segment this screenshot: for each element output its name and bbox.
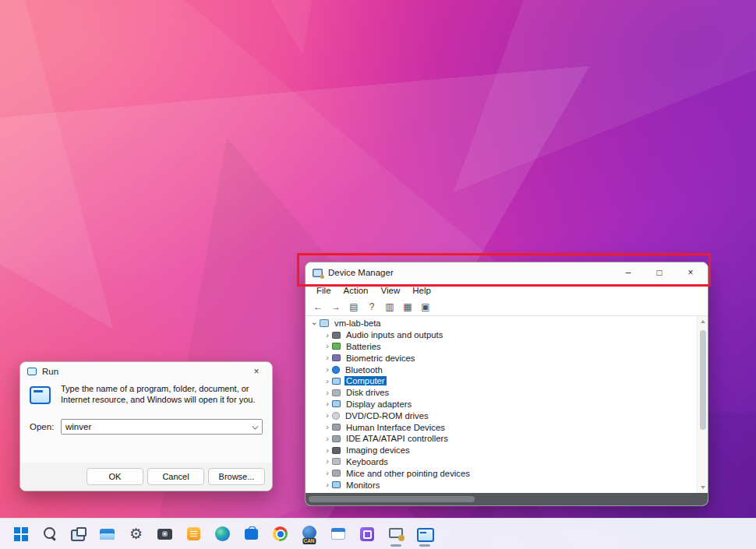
hid-icon (332, 424, 341, 431)
chevron-right-icon[interactable] (323, 377, 332, 385)
run-footer: OK Cancel Browse... (20, 463, 272, 491)
console-tree-icon[interactable]: ▤ (346, 299, 362, 315)
open-combobox[interactable] (61, 419, 263, 435)
scroll-down-icon[interactable] (698, 482, 708, 493)
chevron-right-icon[interactable] (323, 354, 332, 362)
task-view-button[interactable] (65, 521, 91, 547)
microsoft-store-button[interactable] (238, 521, 264, 547)
cancel-button[interactable]: Cancel (147, 468, 204, 485)
disk-icon (332, 389, 341, 396)
app-purple-button[interactable] (354, 521, 380, 547)
close-icon[interactable]: × (244, 363, 269, 380)
tree-item-dvd-cd-rom-drives[interactable]: DVD/CD-ROM drives (306, 410, 697, 421)
app-icon (128, 526, 145, 543)
app-orange-button[interactable] (181, 521, 207, 547)
tree-item-ide-ata-atapi-controllers[interactable]: IDE ATA/ATAPI controllers (306, 433, 697, 445)
device-manager-titlebar[interactable]: Device Manager – □ × (306, 262, 708, 283)
run-title: Run (42, 367, 58, 376)
tree-item-mice-and-other-pointing-devices[interactable]: Mice and other pointing devices (306, 467, 697, 479)
vertical-scrollbar[interactable] (697, 316, 708, 493)
chevron-right-icon[interactable] (323, 423, 332, 431)
horizontal-scrollbar[interactable] (306, 493, 708, 505)
start-button[interactable] (8, 521, 34, 547)
chevron-right-icon[interactable] (323, 480, 332, 489)
globe-can-button[interactable]: CAN (296, 521, 322, 547)
app-icon (387, 526, 404, 543)
tree-item-computer[interactable]: Computer (306, 375, 697, 387)
app-icon (185, 526, 203, 543)
tree-item-monitors[interactable]: Monitors (306, 479, 697, 491)
minimize-button[interactable]: – (613, 263, 644, 282)
chrome-button[interactable] (267, 521, 293, 547)
run-button[interactable] (412, 521, 437, 547)
app-icon (157, 526, 174, 543)
menu-file[interactable]: File (310, 286, 337, 295)
chevron-right-icon[interactable] (323, 342, 332, 350)
tree-item-imaging-devices[interactable]: Imaging devices (306, 445, 697, 456)
search-button[interactable] (37, 521, 62, 547)
tree-item-bluetooth[interactable]: Bluetooth (306, 364, 697, 375)
taskbar-icons: CAN (8, 521, 440, 547)
edge-button[interactable] (210, 521, 235, 547)
maximize-button[interactable]: □ (644, 263, 675, 282)
device-manager-body: vm-lab-beta Audio inputs and outputs Bat… (306, 316, 708, 493)
app-icon (272, 526, 289, 543)
run-dialog: Run × Type the name of a program, folder… (19, 361, 273, 491)
app-icon (359, 526, 376, 543)
run-titlebar[interactable]: Run × (20, 362, 272, 381)
open-label: Open: (30, 422, 61, 431)
app-icon (12, 526, 30, 543)
menu-view[interactable]: View (375, 286, 407, 295)
chevron-right-icon[interactable] (323, 399, 332, 408)
chevron-right-icon[interactable] (323, 389, 332, 397)
chevron-down-icon[interactable] (252, 424, 258, 430)
app-icon (70, 526, 87, 543)
open-input[interactable] (65, 422, 252, 431)
device-manager-button[interactable] (383, 521, 408, 547)
file-explorer-button[interactable] (94, 521, 120, 547)
scrollbar-thumb[interactable] (700, 330, 706, 430)
menu-help[interactable]: Help (406, 286, 437, 295)
tree-item-batteries[interactable]: Batteries (306, 341, 697, 353)
taskbar: CAN (0, 518, 756, 549)
menu-action[interactable]: Action (337, 286, 375, 295)
settings-button[interactable] (123, 521, 149, 547)
scroll-up-icon[interactable] (698, 316, 708, 327)
ide-icon (332, 435, 341, 442)
tree-item-human-interface-devices[interactable]: Human Interface Devices (306, 421, 697, 433)
run-body: Type the name of a program, folder, docu… (20, 381, 272, 463)
camera-button[interactable] (152, 521, 178, 547)
devices-icon[interactable]: ▣ (418, 299, 433, 315)
menu-bar: FileActionViewHelp (306, 283, 708, 297)
imaging-icon (332, 447, 341, 454)
tree-item-disk-drives[interactable]: Disk drives (306, 387, 697, 399)
browse-button[interactable]: Browse... (208, 468, 265, 485)
mail-button[interactable] (325, 521, 351, 547)
chevron-right-icon[interactable] (323, 469, 332, 477)
app-icon (243, 526, 260, 543)
tree-root-vm-lab-beta[interactable]: vm-lab-beta (306, 318, 697, 329)
chevron-right-icon[interactable] (323, 446, 332, 455)
app-icon (99, 526, 116, 543)
horizontal-scrollbar-thumb[interactable] (309, 496, 475, 502)
help-icon[interactable]: ? (364, 299, 380, 315)
forward-icon[interactable]: → (328, 299, 344, 315)
chevron-right-icon[interactable] (323, 435, 332, 443)
properties-icon[interactable]: ▥ (382, 299, 397, 315)
chevron-right-icon[interactable] (323, 411, 332, 420)
chevron-right-icon[interactable] (323, 457, 332, 466)
close-button[interactable]: × (675, 263, 706, 282)
scan-hardware-changes-icon[interactable]: ▦ (400, 299, 415, 315)
badge-label: CAN (302, 538, 316, 544)
ok-button[interactable]: OK (87, 468, 143, 485)
tree-item-biometric-devices[interactable]: Biometric devices (306, 352, 697, 364)
device-manager-window: Device Manager – □ × FileActionViewHelp … (305, 262, 708, 506)
chevron-right-icon[interactable] (323, 331, 332, 340)
tree-item-audio-inputs-and-outputs[interactable]: Audio inputs and outputs (306, 329, 697, 341)
chevron-right-icon[interactable] (323, 365, 332, 374)
tree-item-keyboards[interactable]: Keyboards (306, 456, 697, 468)
chevron-down-icon[interactable] (310, 319, 320, 328)
app-icon (416, 526, 433, 543)
tree-item-display-adapters[interactable]: Display adapters (306, 399, 697, 410)
back-icon[interactable]: ← (310, 299, 326, 315)
